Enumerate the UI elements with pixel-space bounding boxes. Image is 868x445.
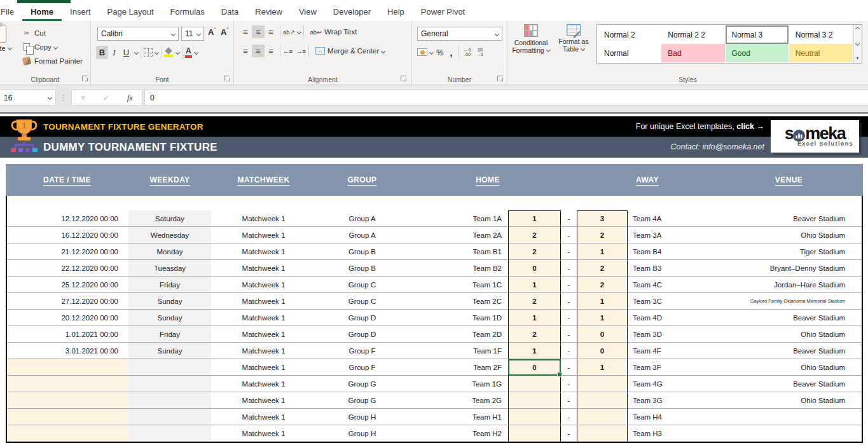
align-top-button[interactable]: ≡ — [239, 25, 252, 38]
cell-away-score[interactable] — [577, 409, 628, 425]
cell-matchweek[interactable]: Matchweek 1 — [211, 326, 316, 343]
cell-away-score[interactable] — [577, 376, 628, 392]
style-normal-2[interactable]: Normal 2 — [598, 25, 661, 44]
cell-weekday[interactable]: Sunday — [128, 293, 211, 310]
borders-icon[interactable] — [144, 48, 153, 57]
cell-matchweek[interactable]: Matchweek 1 — [211, 310, 316, 326]
decrease-indent-icon[interactable]: ←≡ — [283, 48, 293, 55]
cell-home-score[interactable] — [508, 376, 561, 392]
cell-home-score[interactable]: 1 — [508, 310, 561, 326]
cell-away-team[interactable]: Team 4D — [628, 310, 701, 326]
tab-review[interactable]: Review — [247, 0, 291, 21]
font-color-icon[interactable]: A — [185, 47, 192, 58]
style-normal-2-2[interactable]: Normal 2 2 — [661, 25, 724, 44]
align-bottom-button[interactable]: ≡ — [265, 25, 277, 38]
decrease-decimal-button[interactable]: .00→0 — [474, 48, 486, 57]
cell-group[interactable]: Group A — [316, 227, 408, 243]
format-painter-button[interactable]: Format Painter — [22, 54, 83, 68]
cell-home-team[interactable]: Team 1G — [408, 376, 508, 392]
tab-page-layout[interactable]: Page Layout — [99, 0, 162, 21]
cell-date[interactable] — [7, 376, 128, 392]
cell-group[interactable]: Group F — [316, 343, 408, 359]
cell-away-team[interactable]: Team 4G — [628, 376, 701, 392]
cell-weekday[interactable]: Sunday — [128, 310, 211, 326]
cell-away-team[interactable]: Team H4 — [628, 409, 701, 425]
cell-weekday[interactable]: Friday — [128, 326, 211, 343]
font-dialog-launcher[interactable] — [224, 76, 230, 81]
scroll-up-icon[interactable] — [855, 27, 860, 31]
cell-away-team[interactable]: Team B4 — [628, 243, 701, 260]
align-center-button[interactable]: ≡ — [252, 44, 265, 57]
format-as-table-button[interactable]: Format asTable — [553, 24, 594, 53]
cell-date[interactable] — [7, 409, 128, 425]
cell-away-score[interactable]: 1 — [577, 293, 628, 310]
cell-home-team[interactable]: Team 2C — [408, 293, 508, 310]
cell-group[interactable]: Group C — [316, 293, 408, 310]
bold-button[interactable]: B — [96, 46, 108, 59]
cell-venue[interactable]: Gaylord Family Oklahoma Memorial Stadium — [701, 293, 862, 310]
cell-date[interactable]: 3.01.2021 00:00 — [7, 343, 128, 359]
cell-matchweek[interactable]: Matchweek 1 — [211, 359, 316, 376]
increase-decimal-button[interactable]: ←0.00 — [462, 48, 474, 57]
cell-date[interactable]: 20.12.2020 00:00 — [7, 310, 128, 326]
column-header-home[interactable]: HOME — [408, 175, 567, 184]
cell-away-score[interactable]: 0 — [577, 343, 628, 359]
enter-icon[interactable]: ✓ — [103, 93, 109, 102]
cell-group[interactable]: Group H — [316, 409, 408, 425]
someka-logo[interactable]: smeka Excel Solutions — [771, 120, 859, 153]
cell-home-team[interactable]: Team H2 — [408, 425, 508, 442]
style-normal[interactable]: Normal — [598, 44, 661, 62]
column-header-away[interactable]: AWAY — [567, 175, 727, 184]
cell-away-team[interactable]: Team 4A — [628, 210, 701, 227]
cell-venue[interactable]: Beaver Stadium — [701, 376, 862, 392]
cell-venue[interactable] — [701, 409, 862, 425]
cell-weekday[interactable] — [128, 359, 211, 376]
cell-matchweek[interactable]: Matchweek 1 — [211, 392, 316, 409]
font-size-combobox[interactable]: 11 — [181, 27, 204, 41]
cell-away-team[interactable]: Team 4C — [628, 277, 701, 293]
merge-center-button[interactable]: ↔Merge & Center — [315, 47, 385, 55]
paste-button[interactable]: Paste — [0, 25, 18, 52]
cell-home-score[interactable]: 1 — [508, 343, 561, 359]
clipboard-dialog-launcher[interactable] — [82, 76, 88, 81]
cell-weekday[interactable]: Friday — [128, 277, 211, 293]
percent-style-button[interactable]: % — [433, 48, 447, 57]
styles-gallery-scrollbar[interactable]: ▾ — [853, 24, 862, 64]
cell-home-team[interactable]: Team 1C — [408, 277, 508, 293]
cell-home-team[interactable]: Team 1D — [408, 310, 508, 326]
cell-matchweek[interactable]: Matchweek 1 — [211, 277, 316, 293]
tab-view[interactable]: View — [291, 0, 325, 21]
cell-home-team[interactable]: Team 2G — [408, 392, 508, 409]
cell-away-team[interactable]: Team B3 — [628, 260, 701, 277]
style-good[interactable]: Good — [726, 44, 789, 62]
cell-date[interactable]: 27.12.2020 00:00 — [7, 293, 128, 310]
cell-venue[interactable]: Beaver Stadium — [701, 210, 862, 227]
cell-group[interactable]: Group C — [316, 277, 408, 293]
cell-weekday[interactable] — [128, 425, 211, 442]
cell-group[interactable]: Group D — [316, 310, 408, 326]
cell-away-score[interactable]: 0 — [577, 326, 628, 343]
cell-venue[interactable]: Ohio Stadium — [701, 359, 862, 376]
style-normal-3[interactable]: Normal 3 — [726, 25, 789, 44]
cell-group[interactable]: Group H — [316, 425, 408, 442]
cell-venue[interactable] — [701, 425, 862, 442]
cell-weekday[interactable]: Monday — [128, 243, 211, 260]
cell-away-team[interactable]: Team 3D — [628, 326, 701, 343]
tab-help[interactable]: Help — [379, 0, 413, 21]
align-middle-button[interactable]: ≡ — [252, 25, 265, 38]
cell-venue[interactable]: Beaver Stadium — [701, 310, 862, 326]
cell-date[interactable]: 22.12.2020 00:00 — [7, 260, 128, 277]
column-header-venue[interactable]: VENUE — [727, 175, 863, 184]
increase-font-size-button[interactable]: Aˆ — [208, 27, 216, 37]
cell-weekday[interactable]: Sunday — [128, 343, 211, 359]
cell-venue[interactable]: Tiger Stadium — [701, 243, 862, 260]
cell-home-team[interactable]: Team 2D — [408, 326, 508, 343]
cell-matchweek[interactable]: Matchweek 1 — [211, 227, 316, 243]
cell-venue[interactable]: Bryant–Denny Stadium — [701, 260, 862, 277]
cell-group[interactable]: Group F — [316, 359, 408, 376]
column-header-group[interactable]: GROUP — [316, 175, 408, 184]
cell-home-team[interactable]: Team B2 — [408, 260, 508, 277]
conditional-formatting-button[interactable]: ConditionalFormatting — [510, 24, 552, 54]
cell-date[interactable]: 1.01.2021 00:00 — [7, 326, 128, 343]
italic-button[interactable]: I — [108, 46, 120, 59]
